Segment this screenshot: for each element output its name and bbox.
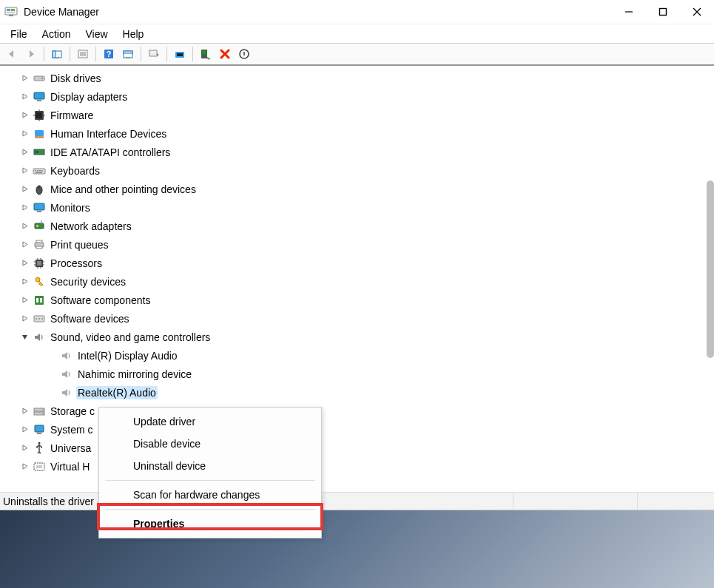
menu-view[interactable]: View [78,26,115,42]
tree-node-label: Firmware [49,109,95,122]
svg-rect-47 [34,203,44,210]
svg-rect-38 [36,151,38,153]
close-button[interactable] [680,0,714,24]
tree-node[interactable]: Mice and other pointing devices [0,180,714,198]
app-icon [4,5,18,18]
separator [44,47,44,61]
chevron-right-icon[interactable] [21,149,28,156]
menu-action[interactable]: Action [35,26,78,42]
chevron-right-icon[interactable] [21,93,28,101]
tree-node[interactable]: Display adapters [0,87,714,106]
chevron-right-icon[interactable] [21,426,28,433]
svg-point-74 [42,409,44,410]
tree-node[interactable]: Print queues [0,235,714,254]
chevron-right-icon[interactable] [21,408,28,415]
display-icon [33,90,46,104]
tree-node-label: Sound, video and game controllers [49,331,212,344]
menu-file[interactable]: File [3,26,35,42]
chevron-right-icon[interactable] [21,167,28,175]
chevron-right-icon[interactable] [21,315,28,322]
tree-node-label: Universa [49,442,92,455]
chevron-right-icon[interactable] [21,130,28,138]
tree-node[interactable]: Processors [0,254,714,272]
menu-help[interactable]: Help [115,26,152,42]
scrollbar-thumb[interactable] [707,180,714,358]
svg-rect-4 [9,15,13,16]
svg-point-78 [38,442,41,444]
chevron-right-icon[interactable] [21,186,28,193]
separator [141,47,141,61]
enable-device-button[interactable] [171,45,189,63]
chevron-right-icon[interactable] [21,445,28,452]
tree-node-label: Virtual H [49,460,91,473]
update-driver-button[interactable] [145,45,163,63]
chevron-right-icon[interactable] [21,223,28,230]
tree-node[interactable]: Disk drives [0,69,714,87]
tree-node-label: Intel(R) Display Audio [76,349,179,362]
tree-node-child[interactable]: Realtek(R) Audio [0,383,714,402]
chevron-right-icon[interactable] [21,463,28,470]
show-hide-action-button[interactable] [74,45,92,63]
tree-node-child[interactable]: Intel(R) Display Audio [0,346,714,365]
tree-node[interactable]: Firmware [0,106,714,124]
context-menu-item[interactable]: Disable device [99,433,321,455]
context-menu-item[interactable]: Properties [99,513,321,535]
maximize-button[interactable] [646,0,680,24]
tree-node-label: Security devices [49,275,127,288]
chevron-right-icon[interactable] [21,75,28,82]
printer-icon [33,238,46,251]
context-menu-item[interactable]: Update driver [99,410,321,433]
show-hide-tree-button[interactable] [48,45,66,63]
forward-button[interactable] [22,45,40,63]
tree-node-label: Monitors [49,201,92,214]
tree-node-label: IDE ATA/ATAPI controllers [49,146,172,159]
chevron-right-icon[interactable] [21,241,28,249]
tree-node-child[interactable]: Nahimic mirroring device [0,365,714,383]
uninstall-device-button[interactable] [216,45,234,63]
menubar: File Action View Help [0,24,714,44]
svg-rect-6 [660,9,667,16]
tree-node-label: Mice and other pointing devices [49,183,198,196]
tree-node[interactable]: Software components [0,291,714,309]
chevron-down-icon[interactable] [21,334,28,341]
disable-device-button[interactable] [235,45,253,63]
svg-rect-28 [37,100,41,101]
minimize-button[interactable] [612,0,646,24]
network-icon [33,220,46,233]
tree-node[interactable]: Human Interface Devices [0,124,714,143]
tree-node[interactable]: Software devices [0,309,714,328]
context-menu-separator [105,480,315,481]
svg-rect-52 [36,240,42,243]
svg-rect-53 [36,246,42,249]
separator [192,47,193,61]
help-button[interactable]: ? [100,45,118,63]
window-title: Device Manager [24,6,612,18]
tree-node-label: Display adapters [49,90,129,104]
context-menu-item[interactable]: Scan for hardware changes [99,484,321,506]
separator [70,47,70,61]
tree-node[interactable]: Security devices [0,272,714,291]
svg-rect-49 [35,223,44,229]
chevron-right-icon[interactable] [21,112,28,119]
scan-hardware-button[interactable] [197,45,215,63]
chevron-right-icon[interactable] [21,204,28,212]
svg-rect-66 [36,298,38,303]
tree-node-label: Network adapters [49,220,133,233]
properties-button[interactable] [119,45,137,63]
tree-node[interactable]: Network adapters [0,217,714,235]
tree-node-label: Processors [49,257,104,270]
chevron-right-icon[interactable] [21,297,28,304]
status-text: Uninstalls the driver [3,496,94,507]
context-menu-item[interactable]: Uninstall device [99,455,321,477]
ide-icon [33,146,46,159]
tree-node[interactable]: Monitors [0,198,714,217]
chevron-right-icon[interactable] [21,278,28,285]
tree-node[interactable]: Sound, video and game controllers [0,328,714,346]
tree-node[interactable]: Keyboards [0,161,714,180]
tree-node[interactable]: IDE ATA/ATAPI controllers [0,143,714,161]
chevron-right-icon[interactable] [21,260,28,267]
svg-rect-3 [7,12,15,13]
context-menu-separator [105,509,315,510]
back-button[interactable] [3,45,21,63]
svg-point-71 [41,318,43,320]
